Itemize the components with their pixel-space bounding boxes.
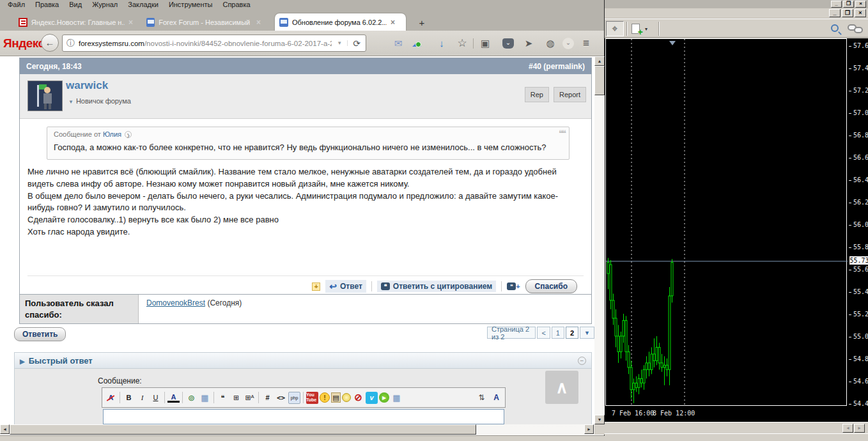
menu-view[interactable]: Вид (64, 1, 87, 8)
wrap-tags-alt-icon[interactable]: ⊞ᴬ (244, 392, 256, 404)
font-color-icon[interactable]: A (167, 392, 180, 403)
quick-reply-textarea[interactable] (103, 409, 504, 424)
wrap-tags-icon[interactable]: ⊞ (230, 392, 242, 404)
vimeo-icon[interactable]: v (366, 392, 378, 404)
yandex-logo[interactable]: Яндекс (3, 36, 45, 50)
stop-icon[interactable]: ⊘ (352, 392, 364, 404)
prev-page-button[interactable]: < (537, 327, 550, 339)
thanks-button[interactable]: Спасибо (525, 279, 577, 293)
new-tab-button[interactable]: + (414, 16, 430, 30)
multiquote-plus-icon[interactable]: + (312, 282, 320, 291)
code-icon[interactable]: <> (275, 392, 287, 404)
reply-link[interactable]: ↩ Ответ (325, 280, 366, 293)
menu-edit[interactable]: Правка (30, 1, 64, 8)
report-button[interactable]: Report (554, 87, 586, 102)
horizontal-scrollbar[interactable]: ◄ ► (0, 424, 594, 435)
minimize-icon[interactable]: _ (831, 1, 842, 8)
quote-icon[interactable]: ❝ (217, 392, 229, 404)
cloud-sync-icon[interactable]: ☁ (412, 38, 421, 49)
globe-edit-icon[interactable]: ◍ (543, 37, 557, 50)
play-video-icon[interactable]: ▶ (379, 392, 389, 403)
dropdown-caret-icon[interactable]: ▾ (645, 26, 647, 32)
tab-forex-forum[interactable]: Forex Forum - Независимый ... × (142, 13, 265, 31)
overflow-chevron-icon[interactable]: ⌄ (562, 38, 574, 49)
vertical-scrollbar[interactable]: ▲ ▼ (594, 56, 605, 424)
menu-file[interactable]: Файл (3, 1, 30, 8)
tab-forum-update-active[interactable]: Обновление форума 6.02.2... × (275, 13, 406, 31)
scroll-left-icon[interactable]: ◄ (0, 424, 10, 434)
scroll-right-icon[interactable]: ► (584, 424, 594, 434)
post-permalink[interactable]: #40 (permalink) (529, 62, 585, 71)
warning-icon[interactable]: ! (320, 392, 330, 403)
pocket-icon[interactable]: ⌄ (502, 38, 514, 49)
note-icon[interactable]: ▤ (331, 392, 341, 403)
goto-post-icon[interactable]: ❯ (125, 131, 132, 138)
menu-history[interactable]: Журнал (87, 1, 123, 8)
remove-format-icon[interactable]: A (105, 392, 117, 404)
resize-editor-icon[interactable]: ⇅ (476, 392, 488, 404)
rep-button[interactable]: Rep (525, 87, 549, 102)
close-icon[interactable]: × (855, 9, 866, 17)
back-button[interactable]: ← (41, 34, 59, 52)
restore-icon[interactable]: ❐ (842, 9, 853, 17)
menu-bookmarks[interactable]: Закладки (123, 1, 164, 8)
bold-icon[interactable]: B (123, 392, 135, 404)
scroll-up-icon[interactable]: ▲ (594, 56, 605, 66)
scroll-left-icon[interactable]: ◂ (842, 424, 853, 433)
downloads-icon[interactable]: ↓ (435, 37, 449, 50)
page-dropdown-icon[interactable]: ▼ (580, 327, 594, 339)
insert-image-icon[interactable]: ▦ (199, 392, 211, 404)
insert-link-icon[interactable]: ⊚ (185, 392, 198, 404)
close-icon[interactable]: × (855, 1, 866, 8)
scroll-down-icon[interactable]: ▼ (594, 415, 605, 424)
italic-icon[interactable]: I (136, 392, 148, 404)
quote-author-link[interactable]: Юлия (103, 130, 121, 138)
restore-icon[interactable]: ❐ (843, 1, 854, 8)
gallery-icon[interactable]: ▦ (391, 392, 403, 404)
username-link[interactable]: warwick (66, 79, 108, 92)
switch-editor-mode-icon[interactable]: A (490, 392, 502, 404)
page-1-link[interactable]: 1 (552, 327, 564, 339)
search-icon[interactable] (831, 24, 839, 32)
quick-reply-header[interactable]: ▶Быстрый ответ − (14, 352, 592, 369)
clipboard-icon[interactable]: ▣ (478, 37, 492, 50)
chevron-down-icon[interactable]: ▼ (332, 40, 348, 46)
scrollbar-thumb[interactable] (10, 424, 476, 435)
user-avatar[interactable] (27, 81, 63, 111)
bookmark-star-icon[interactable]: ☆ (455, 37, 469, 50)
close-icon[interactable]: × (256, 18, 261, 27)
scrollbar-thumb[interactable] (594, 66, 605, 95)
reload-icon[interactable]: ⟳ (348, 38, 366, 49)
lightbulb-icon[interactable] (342, 393, 351, 402)
mail-icon[interactable]: ✉ (391, 37, 405, 50)
chat-bubbles-icon[interactable] (854, 27, 863, 33)
reply-thread-button[interactable]: Ответить (14, 327, 66, 341)
php-icon[interactable]: php (288, 392, 300, 404)
crosshair-tool-button[interactable]: ⌖ (606, 21, 624, 36)
thanks-user-link[interactable]: DomovenokBrest (146, 298, 205, 307)
post-timestamp: Сегодня, 18:43 (26, 62, 82, 71)
minimize-icon[interactable]: _ (829, 9, 841, 17)
scroll-to-top-button[interactable]: ∧ (545, 371, 578, 404)
reply-with-quote-link[interactable]: ❝ Ответить с цитированием (377, 281, 496, 292)
tab-yandex-news[interactable]: Яндекс.Новости: Главные н... × (14, 13, 137, 31)
chart-hscrollbar[interactable]: ◂ ▸ (605, 422, 868, 433)
new-order-button[interactable]: + ▾ (632, 21, 655, 36)
menu-help[interactable]: Справка (217, 1, 255, 8)
close-icon[interactable]: × (391, 18, 395, 27)
scroll-right-icon[interactable]: ▸ (854, 424, 865, 433)
collapse-icon[interactable]: − (578, 357, 586, 365)
underline-icon[interactable]: U (150, 392, 162, 404)
multiquote-button[interactable]: ❝ + (507, 282, 520, 290)
site-info-icon[interactable]: ⓘ (63, 38, 79, 49)
menu-tools[interactable]: Инструменты (164, 1, 218, 8)
price-tick-label: 56.45 (853, 176, 868, 183)
send-tab-icon[interactable]: ➤ (522, 37, 536, 50)
close-icon[interactable]: × (128, 18, 133, 27)
url-bar[interactable]: ⓘ forexsystemsru.com /novosti-i-novinki/… (62, 35, 366, 52)
youtube-icon[interactable]: You Tube (306, 392, 318, 404)
hash-icon[interactable]: # (261, 392, 274, 404)
status-arrow-icon[interactable]: ▼ (68, 99, 74, 105)
hamburger-menu-icon[interactable]: ≡ (579, 37, 593, 50)
chart-plot[interactable] (605, 38, 847, 406)
